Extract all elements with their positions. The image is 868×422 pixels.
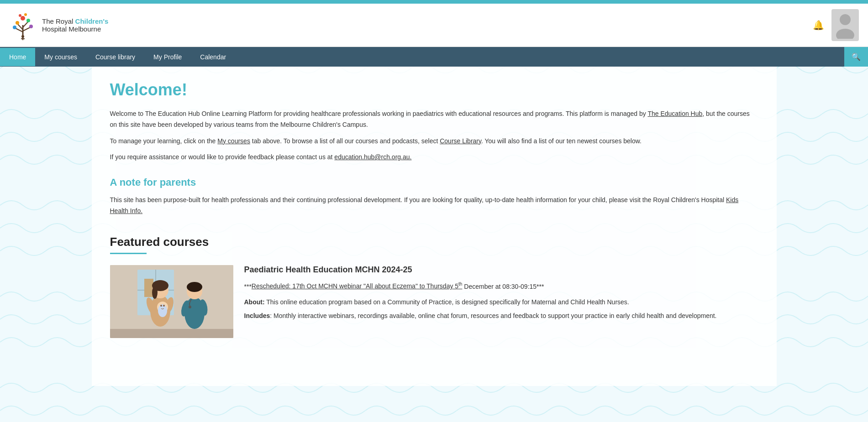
welcome-para2: To manage your learning, click on the My… [110, 136, 758, 147]
nav-item-calendar[interactable]: Calendar [191, 48, 235, 66]
my-courses-link[interactable]: My courses [217, 137, 250, 145]
course-announcement: ***Rescheduled: 17th Oct MCHN webinar "A… [244, 281, 758, 292]
education-hub-link[interactable]: The Education Hub [647, 110, 702, 117]
top-border [0, 0, 868, 4]
featured-divider [110, 253, 147, 254]
welcome-section: Welcome! Welcome to The Education Hub On… [110, 80, 758, 163]
welcome-para3: If you require assistance or would like … [110, 152, 758, 163]
featured-courses-title: Featured courses [110, 235, 758, 249]
svg-point-10 [19, 14, 21, 17]
svg-point-12 [21, 35, 24, 38]
nav-item-home[interactable]: Home [0, 48, 35, 66]
svg-point-8 [13, 26, 16, 29]
svg-point-35 [187, 282, 202, 292]
svg-point-11 [24, 13, 27, 16]
svg-point-16 [836, 29, 854, 39]
email-link[interactable]: education.hub@rch.org.au. [334, 153, 411, 161]
svg-rect-21 [144, 279, 153, 297]
svg-point-7 [26, 19, 30, 22]
svg-line-4 [23, 27, 30, 31]
nav-item-my-courses[interactable]: My courses [35, 48, 86, 66]
note-for-parents-section: A note for parents This site has been pu… [110, 177, 758, 217]
course-image[interactable] [110, 265, 233, 338]
course-name: Paediatric Health Education MCHN 2024-25 [244, 265, 758, 275]
svg-point-31 [160, 305, 162, 307]
main-content: Welcome! Welcome to The Education Hub On… [92, 67, 777, 386]
svg-point-38 [189, 306, 191, 308]
notification-bell-icon[interactable]: 🔔 [813, 20, 824, 31]
svg-line-1 [17, 24, 23, 30]
svg-point-30 [158, 304, 167, 317]
header-right: 🔔 [813, 9, 859, 41]
welcome-para1: Welcome to The Education Hub Online Lear… [110, 109, 758, 130]
search-button[interactable]: 🔍 [844, 47, 868, 67]
course-details: Paediatric Health Education MCHN 2024-25… [244, 265, 758, 321]
nav-item-course-library[interactable]: Course library [86, 48, 144, 66]
course-about: About: This online education program bas… [244, 297, 758, 307]
course-includes: Includes: Monthly interactive webinars, … [244, 311, 758, 321]
nav-item-my-profile[interactable]: My Profile [144, 48, 191, 66]
note-for-parents-title: A note for parents [110, 177, 758, 188]
hospital-logo-icon [9, 9, 37, 41]
logo-area: The Royal Children's Hospital Melbourne [9, 9, 108, 41]
course-library-link[interactable]: Course Library [440, 137, 481, 145]
svg-point-6 [16, 21, 19, 25]
svg-point-5 [21, 16, 25, 21]
nav-bar: Home My courses Course library My Profil… [0, 47, 868, 67]
svg-rect-39 [110, 329, 233, 338]
featured-courses-section: Featured courses [110, 235, 758, 338]
course-card: Paediatric Health Education MCHN 2024-25… [110, 265, 758, 338]
svg-point-9 [29, 25, 33, 28]
course-announcement-link[interactable]: Rescheduled: 17th Oct MCHN webinar "All … [252, 282, 463, 290]
header: The Royal Children's Hospital Melbourne … [0, 4, 868, 47]
logo-text: The Royal Children's Hospital Melbourne [42, 17, 108, 33]
welcome-title: Welcome! [110, 80, 758, 99]
svg-point-15 [840, 14, 851, 25]
svg-point-26 [152, 286, 158, 299]
note-for-parents-text: This site has been purpose-built for hea… [110, 195, 758, 217]
svg-line-2 [23, 21, 28, 27]
user-avatar[interactable] [831, 9, 859, 41]
svg-point-32 [163, 305, 165, 307]
